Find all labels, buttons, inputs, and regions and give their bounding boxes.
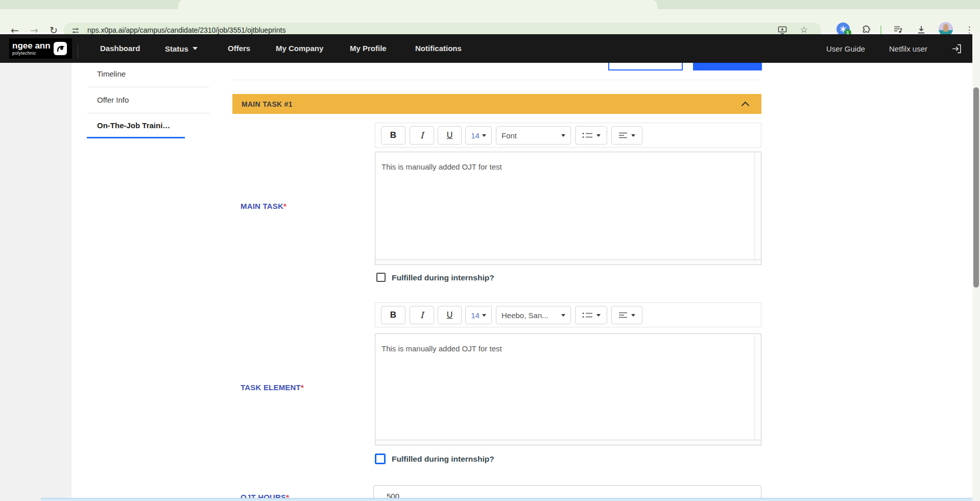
- align-icon: [618, 132, 628, 139]
- page-scrollbar-thumb[interactable]: [973, 87, 979, 288]
- nav-item-my-company[interactable]: My Company: [276, 44, 323, 53]
- chevron-down-icon: [193, 47, 198, 50]
- font-family-value: Heebo, San...: [501, 311, 548, 320]
- editor-vertical-scrollbar[interactable]: [754, 152, 761, 259]
- font-size-value: 14: [471, 311, 480, 320]
- underline-button[interactable]: U: [438, 306, 462, 324]
- main-task-editor-area[interactable]: This is manually added OJT for test: [375, 152, 761, 265]
- avatar-figure: [943, 24, 948, 32]
- username-label: Netfilx user: [889, 44, 927, 54]
- required-asterisk: *: [283, 202, 286, 210]
- navbar-divider: [78, 44, 78, 58]
- font-family-select[interactable]: Font: [496, 126, 571, 145]
- sidebar-item-offer-info[interactable]: Offer Info: [97, 96, 129, 105]
- screen: ← → ↻ nps.x0pa.ai/app/campus/candidate/2…: [0, 0, 980, 501]
- browser-active-tab[interactable]: [178, 0, 657, 9]
- card-top-border: [232, 80, 761, 80]
- chevron-down-icon: [596, 134, 601, 137]
- required-asterisk: *: [301, 383, 304, 392]
- task-element-editor-area[interactable]: This is manually added OJT for test: [375, 333, 761, 445]
- font-size-select[interactable]: 14: [465, 126, 492, 145]
- sidebar-divider: [87, 87, 209, 87]
- italic-button[interactable]: I: [410, 306, 434, 324]
- sidebar-item-ojt[interactable]: On-The-Job Traini…: [97, 121, 170, 130]
- bold-button[interactable]: B: [381, 306, 405, 324]
- left-gutter: [0, 63, 71, 501]
- editor-vertical-scrollbar[interactable]: [754, 334, 761, 440]
- install-icon[interactable]: [777, 25, 787, 35]
- logo-text-line1: ngee ann: [12, 41, 51, 50]
- sidebar-divider: [87, 113, 209, 113]
- app-logo[interactable]: ngee ann polytechnic: [9, 38, 72, 59]
- sidebar-item-timeline[interactable]: Timeline: [97, 69, 126, 79]
- collapse-chevron-icon[interactable]: [742, 102, 750, 110]
- fulfilled-checkbox-2-label: Fulfilled during internship?: [392, 455, 494, 464]
- nav-item-status-label: Status: [165, 44, 188, 53]
- chevron-down-icon: [561, 314, 565, 317]
- bullet-list-icon: [582, 312, 593, 319]
- fulfilled-checkbox-2[interactable]: [375, 454, 386, 464]
- logo-text-line2: polytechnic: [12, 51, 51, 56]
- chevron-down-icon: [596, 314, 601, 317]
- task-element-label: TASK ELEMENT*: [241, 383, 304, 392]
- chevron-down-icon: [631, 314, 635, 317]
- font-family-value: Font: [501, 131, 517, 140]
- logout-icon[interactable]: [951, 43, 963, 55]
- editor-content: This is manually added OJT for test: [381, 344, 502, 353]
- editor-content: This is manually added OJT for test: [381, 162, 502, 171]
- main-task-section-header[interactable]: MAIN TASK #1: [232, 94, 761, 114]
- bold-button[interactable]: B: [381, 126, 405, 145]
- section-header-title: MAIN TASK #1: [242, 100, 293, 108]
- nav-item-offers[interactable]: Offers: [228, 44, 250, 53]
- chevron-down-icon: [561, 134, 565, 137]
- bullet-list-icon: [582, 132, 593, 139]
- chevron-down-icon: [631, 134, 635, 137]
- nav-item-my-profile[interactable]: My Profile: [350, 44, 387, 53]
- secondary-button-cutoff[interactable]: [608, 63, 683, 70]
- editor-toolbar: B I U 14 Font: [375, 123, 761, 148]
- nav-item-status[interactable]: Status: [165, 44, 198, 53]
- fulfilled-checkbox-1[interactable]: [376, 273, 386, 282]
- field-label-text: MAIN TASK: [241, 202, 283, 210]
- logo-mark-icon: [54, 42, 67, 55]
- site-info-icon[interactable]: [71, 27, 80, 35]
- chevron-down-icon: [482, 134, 486, 137]
- main-task-label: MAIN TASK*: [241, 202, 286, 210]
- italic-button[interactable]: I: [410, 126, 434, 145]
- font-size-select[interactable]: 14: [465, 306, 492, 324]
- bookmark-star-icon[interactable]: ☆: [800, 25, 808, 35]
- browser-tabstrip: [0, 0, 980, 9]
- editor-horizontal-scrollbar[interactable]: [375, 440, 761, 445]
- align-select[interactable]: [611, 126, 642, 145]
- user-guide-link[interactable]: User Guide: [826, 44, 865, 54]
- bottom-section-edge: [41, 498, 972, 501]
- align-select[interactable]: [611, 306, 642, 324]
- font-family-select[interactable]: Heebo, San...: [496, 306, 571, 324]
- underline-button[interactable]: U: [438, 126, 462, 145]
- nav-item-dashboard[interactable]: Dashboard: [100, 44, 140, 53]
- active-tab-underline: [87, 137, 185, 138]
- primary-button-cutoff[interactable]: [693, 63, 762, 70]
- fulfilled-checkbox-1-label: Fulfilled during internship?: [392, 273, 494, 282]
- list-style-select[interactable]: [575, 306, 607, 324]
- chevron-down-icon: [482, 314, 486, 317]
- nav-item-notifications[interactable]: Notifications: [415, 44, 462, 53]
- font-size-value: 14: [471, 131, 480, 140]
- field-label-text: TASK ELEMENT: [241, 383, 301, 392]
- url-text[interactable]: nps.x0pa.ai/app/campus/candidate/2310/jo…: [87, 26, 285, 34]
- align-icon: [618, 312, 628, 319]
- browser-toolbar: ← → ↻ nps.x0pa.ai/app/campus/candidate/2…: [0, 9, 980, 33]
- editor-toolbar: B I U 14 Heebo, San...: [375, 302, 761, 327]
- list-style-select[interactable]: [575, 126, 607, 145]
- editor-horizontal-scrollbar[interactable]: [375, 259, 761, 265]
